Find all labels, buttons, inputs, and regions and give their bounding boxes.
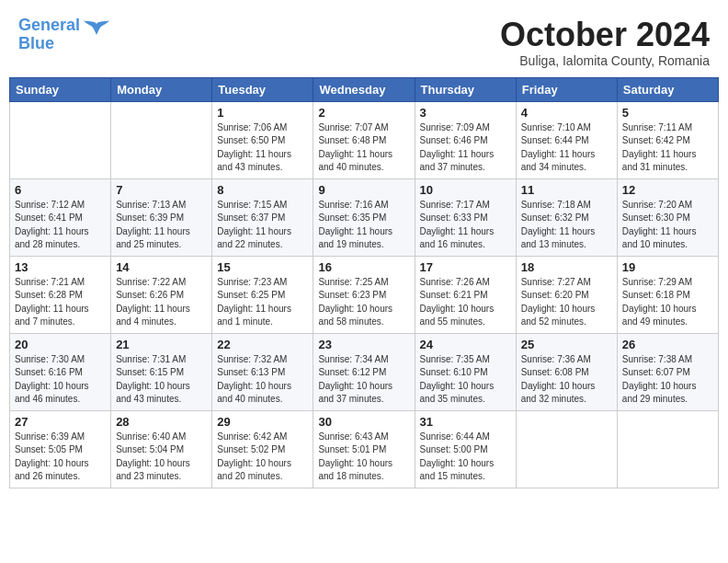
calendar-cell: 1Sunrise: 7:06 AM Sunset: 6:50 PM Daylig… — [212, 101, 313, 178]
logo-bird-icon — [84, 20, 109, 40]
calendar-week-row: 20Sunrise: 7:30 AM Sunset: 6:16 PM Dayli… — [10, 333, 719, 410]
calendar-header-row: SundayMondayTuesdayWednesdayThursdayFrid… — [10, 77, 719, 101]
day-info: Sunrise: 7:12 AM Sunset: 6:41 PM Dayligh… — [15, 199, 106, 252]
title-section: October 2024 Buliga, Ialomita County, Ro… — [500, 17, 710, 68]
day-info: Sunrise: 7:11 AM Sunset: 6:42 PM Dayligh… — [622, 121, 713, 175]
day-info: Sunrise: 7:27 AM Sunset: 6:20 PM Dayligh… — [521, 276, 612, 329]
day-number: 13 — [15, 260, 106, 274]
day-info: Sunrise: 6:39 AM Sunset: 5:05 PM Dayligh… — [15, 431, 106, 484]
day-number: 23 — [318, 338, 409, 351]
calendar-cell: 25Sunrise: 7:36 AM Sunset: 6:08 PM Dayli… — [516, 333, 617, 410]
day-info: Sunrise: 7:29 AM Sunset: 6:18 PM Dayligh… — [622, 276, 713, 329]
calendar-cell: 16Sunrise: 7:25 AM Sunset: 6:23 PM Dayli… — [313, 256, 415, 333]
calendar-cell: 10Sunrise: 7:17 AM Sunset: 6:33 PM Dayli… — [415, 178, 516, 256]
month-title: October 2024 — [500, 17, 710, 53]
day-info: Sunrise: 6:43 AM Sunset: 5:01 PM Dayligh… — [318, 431, 409, 484]
calendar-cell: 31Sunrise: 6:44 AM Sunset: 5:00 PM Dayli… — [415, 410, 516, 488]
day-number: 17 — [420, 260, 511, 274]
day-of-week-header: Thursday — [415, 77, 516, 101]
day-info: Sunrise: 7:18 AM Sunset: 6:32 PM Dayligh… — [521, 199, 612, 252]
calendar-cell: 18Sunrise: 7:27 AM Sunset: 6:20 PM Dayli… — [516, 256, 617, 333]
calendar-cell: 3Sunrise: 7:09 AM Sunset: 6:46 PM Daylig… — [415, 101, 516, 178]
day-info: Sunrise: 7:06 AM Sunset: 6:50 PM Dayligh… — [217, 121, 308, 175]
calendar-cell: 4Sunrise: 7:10 AM Sunset: 6:44 PM Daylig… — [516, 101, 617, 178]
day-number: 10 — [420, 183, 511, 197]
location-subtitle: Buliga, Ialomita County, Romania — [500, 53, 710, 68]
calendar-cell: 24Sunrise: 7:35 AM Sunset: 6:10 PM Dayli… — [415, 333, 516, 410]
day-number: 16 — [318, 260, 409, 274]
calendar-week-row: 1Sunrise: 7:06 AM Sunset: 6:50 PM Daylig… — [10, 101, 719, 178]
calendar-cell: 7Sunrise: 7:13 AM Sunset: 6:39 PM Daylig… — [111, 178, 212, 256]
calendar-cell: 11Sunrise: 7:18 AM Sunset: 6:32 PM Dayli… — [516, 178, 617, 256]
day-number: 31 — [420, 415, 511, 429]
calendar-cell: 9Sunrise: 7:16 AM Sunset: 6:35 PM Daylig… — [313, 178, 415, 256]
calendar-cell — [516, 410, 617, 488]
calendar-cell: 2Sunrise: 7:07 AM Sunset: 6:48 PM Daylig… — [313, 101, 415, 178]
day-info: Sunrise: 7:35 AM Sunset: 6:10 PM Dayligh… — [420, 353, 511, 407]
day-info: Sunrise: 7:31 AM Sunset: 6:15 PM Dayligh… — [116, 353, 207, 407]
day-info: Sunrise: 7:23 AM Sunset: 6:25 PM Dayligh… — [217, 276, 308, 329]
day-info: Sunrise: 7:13 AM Sunset: 6:39 PM Dayligh… — [116, 199, 207, 252]
page-header: General Blue October 2024 Buliga, Ialomi… — [9, 9, 719, 72]
calendar-table: SundayMondayTuesdayWednesdayThursdayFrid… — [9, 77, 719, 488]
calendar-cell: 20Sunrise: 7:30 AM Sunset: 6:16 PM Dayli… — [10, 333, 111, 410]
day-info: Sunrise: 6:40 AM Sunset: 5:04 PM Dayligh… — [116, 431, 207, 484]
calendar-cell: 12Sunrise: 7:20 AM Sunset: 6:30 PM Dayli… — [617, 178, 718, 256]
logo-text: General Blue — [18, 17, 80, 53]
day-info: Sunrise: 7:09 AM Sunset: 6:46 PM Dayligh… — [420, 121, 511, 175]
calendar-cell: 29Sunrise: 6:42 AM Sunset: 5:02 PM Dayli… — [212, 410, 313, 488]
calendar-week-row: 27Sunrise: 6:39 AM Sunset: 5:05 PM Dayli… — [10, 410, 719, 488]
day-number: 19 — [622, 260, 713, 274]
day-number: 20 — [15, 338, 106, 351]
day-number: 3 — [420, 106, 511, 120]
day-info: Sunrise: 7:10 AM Sunset: 6:44 PM Dayligh… — [521, 121, 612, 175]
day-number: 1 — [217, 106, 308, 120]
day-number: 5 — [622, 106, 713, 120]
calendar-cell — [10, 101, 111, 178]
calendar-cell: 13Sunrise: 7:21 AM Sunset: 6:28 PM Dayli… — [10, 256, 111, 333]
day-info: Sunrise: 6:44 AM Sunset: 5:00 PM Dayligh… — [420, 431, 511, 484]
calendar-cell: 27Sunrise: 6:39 AM Sunset: 5:05 PM Dayli… — [10, 410, 111, 488]
day-info: Sunrise: 7:22 AM Sunset: 6:26 PM Dayligh… — [116, 276, 207, 329]
logo-blue: Blue — [18, 34, 54, 52]
calendar-cell: 23Sunrise: 7:34 AM Sunset: 6:12 PM Dayli… — [313, 333, 415, 410]
calendar-cell: 26Sunrise: 7:38 AM Sunset: 6:07 PM Dayli… — [617, 333, 718, 410]
calendar-cell: 14Sunrise: 7:22 AM Sunset: 6:26 PM Dayli… — [111, 256, 212, 333]
day-number: 7 — [116, 183, 207, 197]
calendar-cell — [111, 101, 212, 178]
day-number: 21 — [116, 338, 207, 351]
day-number: 11 — [521, 183, 612, 197]
day-number: 15 — [217, 260, 308, 274]
calendar-cell: 30Sunrise: 6:43 AM Sunset: 5:01 PM Dayli… — [313, 410, 415, 488]
day-number: 28 — [116, 415, 207, 429]
day-info: Sunrise: 7:26 AM Sunset: 6:21 PM Dayligh… — [420, 276, 511, 329]
calendar-cell: 5Sunrise: 7:11 AM Sunset: 6:42 PM Daylig… — [617, 101, 718, 178]
day-info: Sunrise: 7:20 AM Sunset: 6:30 PM Dayligh… — [622, 199, 713, 252]
calendar-cell: 17Sunrise: 7:26 AM Sunset: 6:21 PM Dayli… — [415, 256, 516, 333]
day-number: 25 — [521, 338, 612, 351]
day-number: 18 — [521, 260, 612, 274]
day-of-week-header: Saturday — [617, 77, 718, 101]
day-info: Sunrise: 7:38 AM Sunset: 6:07 PM Dayligh… — [622, 353, 713, 407]
day-info: Sunrise: 7:32 AM Sunset: 6:13 PM Dayligh… — [217, 353, 308, 407]
day-info: Sunrise: 7:30 AM Sunset: 6:16 PM Dayligh… — [15, 353, 106, 407]
day-number: 8 — [217, 183, 308, 197]
day-info: Sunrise: 7:16 AM Sunset: 6:35 PM Dayligh… — [318, 199, 409, 252]
day-number: 9 — [318, 183, 409, 197]
day-info: Sunrise: 7:07 AM Sunset: 6:48 PM Dayligh… — [318, 121, 409, 175]
calendar-week-row: 6Sunrise: 7:12 AM Sunset: 6:41 PM Daylig… — [10, 178, 719, 256]
logo: General Blue — [18, 17, 109, 53]
day-of-week-header: Tuesday — [212, 77, 313, 101]
day-number: 14 — [116, 260, 207, 274]
day-number: 30 — [318, 415, 409, 429]
day-number: 26 — [622, 338, 713, 351]
day-number: 12 — [622, 183, 713, 197]
day-number: 6 — [15, 183, 106, 197]
day-of-week-header: Sunday — [10, 77, 111, 101]
day-of-week-header: Friday — [516, 77, 617, 101]
calendar-cell: 6Sunrise: 7:12 AM Sunset: 6:41 PM Daylig… — [10, 178, 111, 256]
calendar-cell: 15Sunrise: 7:23 AM Sunset: 6:25 PM Dayli… — [212, 256, 313, 333]
day-number: 24 — [420, 338, 511, 351]
day-of-week-header: Wednesday — [313, 77, 415, 101]
calendar-cell: 28Sunrise: 6:40 AM Sunset: 5:04 PM Dayli… — [111, 410, 212, 488]
